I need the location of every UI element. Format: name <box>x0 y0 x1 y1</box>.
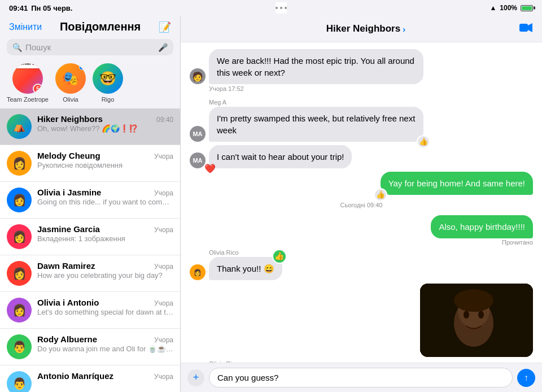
conv-avatar-dawn: 👩 <box>7 261 32 286</box>
search-icon: 🔍 <box>12 43 22 52</box>
image-message-8[interactable] <box>420 284 533 357</box>
image-face <box>420 284 533 357</box>
status-time: 09:41 <box>9 4 28 12</box>
speech-bubble: 🤩 What a lovely day, sunshine! <box>12 63 43 68</box>
compose-button[interactable]: 📝 <box>159 21 171 33</box>
conv-avatar-olivia-antonio: 👩 <box>7 298 32 323</box>
conv-name-hiker: Hiker Neighbors <box>37 114 103 124</box>
conv-item-olivia-antonio[interactable]: 👩 Olivia i Antonio Учора Let's do someth… <box>0 292 180 329</box>
svg-marker-1 <box>528 23 532 32</box>
conv-content-melody: Melody Cheung Учора Рукописне повідомлен… <box>37 151 173 169</box>
conv-avatar-rody: 👨 <box>7 334 32 359</box>
chat-input-bar: + ↑ <box>181 363 542 392</box>
chat-input[interactable] <box>209 368 513 387</box>
svg-rect-0 <box>519 24 528 32</box>
avatar-item-team[interactable]: 🤩 What a lovely day, sunshine! 5 Team Zo… <box>7 63 49 103</box>
avatar-team: 🤩 What a lovely day, sunshine! 5 <box>12 63 43 94</box>
chat-messages: 🧑 We are back!!! Had the most epic trip.… <box>181 42 542 363</box>
wifi-icon: ▲ <box>489 4 496 12</box>
conv-content-dawn: Dawn Ramirez Учора How are you celebrati… <box>37 261 173 280</box>
battery-icon <box>521 5 533 11</box>
left-header: Змінити Повідомлення 📝 <box>0 16 180 37</box>
conv-item-rody[interactable]: 👨 Rody Albuerne Учора Do you wanna join … <box>0 329 180 365</box>
conv-item-jasmine[interactable]: 👩 Jasmine Garcia Учора Вкладення: 1 зобр… <box>0 219 180 255</box>
conv-preview-rody: Do you wanna join me and Oli for 🍵☕🥐 bre… <box>37 345 173 353</box>
app-container: Змінити Повідомлення 📝 🔍 Пошук 🎤 🤩 What … <box>0 16 542 392</box>
conv-name-olivia-jasmine: Olivia i Jasmine <box>37 188 101 197</box>
chat-title-area[interactable]: Hiker Neighbors › <box>326 23 405 34</box>
plus-button[interactable]: + <box>187 369 204 386</box>
avatar-label-team: Team Zoetrope <box>7 96 49 103</box>
conv-avatar-melody: 👩 <box>7 151 32 176</box>
conv-name-olivia-antonio: Olivia i Antonio <box>37 298 99 307</box>
conv-content-hiker: Hiker Neighbors 09:40 Oh, wow! Where?? 🌈… <box>37 114 173 133</box>
avatar-small-olivia: 👩 <box>190 264 206 280</box>
conv-time-dawn: Учора <box>154 263 173 271</box>
search-bar[interactable]: 🔍 Пошук 🎤 <box>7 39 173 55</box>
message-7: Olivia Rico 👩 Thank you!! 😄 👍 <box>190 249 533 280</box>
conv-time-olivia-jasmine: Учора <box>154 189 173 197</box>
conv-preview-jasmine: Вкладення: 1 зображення <box>37 234 173 243</box>
conv-content-rody: Rody Albuerne Учора Do you wanna join me… <box>37 334 173 353</box>
conv-time-hiker: 09:40 <box>156 116 173 124</box>
avatar-item-rigo[interactable]: 🤓 Rigo <box>93 63 123 103</box>
sender-name-2: Meg A <box>209 99 226 106</box>
conv-preview-hiker: Oh, wow! Where?? 🌈🌍❗⁉️ <box>37 124 173 133</box>
avatar-small-mega: MA <box>190 126 206 142</box>
timestamp-1: Учора 17:52 <box>209 85 244 92</box>
video-call-button[interactable] <box>519 21 533 36</box>
edit-button[interactable]: Змінити <box>9 22 42 32</box>
bubble-1: We are back!!! Had the most epic trip. Y… <box>209 49 423 84</box>
avatar-online-dot <box>79 64 85 70</box>
dots-top <box>276 2 287 14</box>
mic-icon: 🎤 <box>158 43 168 52</box>
bubble-6: Also, happy birthday!!!! <box>431 215 533 238</box>
bubble-2: I'm pretty swamped this week, but relati… <box>209 107 423 142</box>
timestamp-today: Сьогодні 09:40 <box>340 202 383 208</box>
conv-preview-dawn: How are you celebrating your big day? <box>37 271 173 280</box>
conv-item-dawn[interactable]: 👩 Dawn Ramirez Учора How are you celebra… <box>0 255 180 292</box>
conv-content-olivia-jasmine: Olivia i Jasmine Учора Going on this rid… <box>37 188 173 206</box>
battery-percent: 100% <box>500 4 517 12</box>
avatar-item-olivia[interactable]: 🎭 Olivia <box>55 63 86 103</box>
message-1: 🧑 We are back!!! Had the most epic trip.… <box>190 49 533 95</box>
conv-name-rody: Rody Albuerne <box>37 334 97 344</box>
chevron-right-icon: › <box>403 24 405 34</box>
conv-name-dawn: Dawn Ramirez <box>37 261 95 271</box>
status-icons: ▲ 100% <box>489 4 533 12</box>
heart-reaction-3: ❤️ <box>204 163 216 175</box>
conv-content-antonio: Antonio Manríquez Учора <box>37 371 173 381</box>
conv-item-antonio[interactable]: 👨 Antonio Manríquez Учора <box>0 365 180 392</box>
right-panel: Hiker Neighbors › 🧑 We are back!!! Had t… <box>181 16 542 392</box>
conv-time-melody: Учора <box>154 153 173 160</box>
avatar-small-anon: 🧑 <box>190 68 206 84</box>
conv-content-jasmine: Jasmine Garcia Учора Вкладення: 1 зображ… <box>37 224 173 243</box>
avatar-row: 🤩 What a lovely day, sunshine! 5 Team Zo… <box>0 60 180 108</box>
avatar-rigo: 🤓 <box>93 63 123 94</box>
conv-time-rody: Учора <box>154 336 173 344</box>
status-bar: 09:41 Пн 05 черв. ▲ 100% <box>0 0 542 16</box>
message-8 <box>190 284 533 357</box>
thumbs-reaction-2: 👍 <box>417 135 430 149</box>
avatar-olivia: 🎭 <box>55 63 86 94</box>
conv-preview-olivia-jasmine: Going on this ride... if you want to com… <box>37 198 173 206</box>
thumbs-up-reaction-7: 👍 <box>272 249 287 264</box>
bubble-7: Thank you!! 😄 👍 <box>209 257 282 280</box>
sender-name-7: Olivia Rico <box>209 249 239 256</box>
conv-time-antonio: Учора <box>154 373 173 381</box>
chat-header: Hiker Neighbors › <box>181 16 542 42</box>
svg-rect-8 <box>420 284 533 357</box>
conv-name-melody: Melody Cheung <box>37 151 100 160</box>
conv-name-jasmine: Jasmine Garcia <box>37 224 100 234</box>
conv-preview-olivia-antonio: Let's do something special for dawn at t… <box>37 308 173 316</box>
send-button[interactable]: ↑ <box>517 369 535 387</box>
conv-content-olivia-antonio: Olivia i Antonio Учора Let's do somethin… <box>37 298 173 316</box>
conv-time-jasmine: Учора <box>154 226 173 234</box>
avatar-badge: 5 <box>33 84 43 94</box>
avatar-label-olivia: Olivia <box>63 96 78 103</box>
bubble-4: Yay for being home! And same here! 👍 <box>381 172 533 195</box>
conv-item-melody[interactable]: 👩 Melody Cheung Учора Рукописне повідомл… <box>0 145 180 182</box>
conversation-list: ⛺ Hiker Neighbors 09:40 Oh, wow! Where??… <box>0 108 180 392</box>
conv-item-olivia-jasmine[interactable]: 👩 Olivia i Jasmine Учора Going on this r… <box>0 182 180 219</box>
conv-item-hiker[interactable]: ⛺ Hiker Neighbors 09:40 Oh, wow! Where??… <box>0 108 180 145</box>
